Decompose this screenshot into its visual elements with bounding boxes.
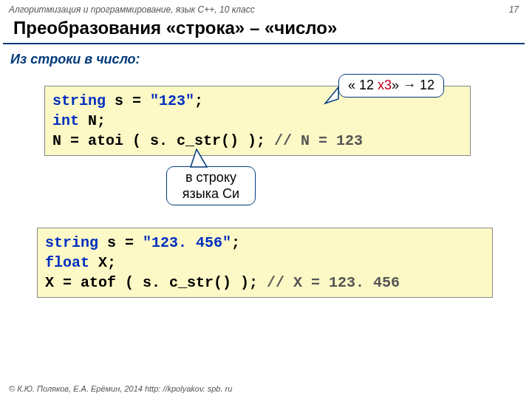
callout-pointer-icon: [325, 87, 340, 109]
svg-marker-1: [191, 149, 207, 167]
callout-cstr: в строку языка Си: [166, 166, 256, 205]
page-number: 17: [509, 4, 519, 15]
code-line: X = atof ( s. c_str() ); // X = 123. 456: [45, 273, 485, 293]
callout-pointer-icon: [191, 149, 213, 168]
callout-conversion-example: « 12 x3» → 12: [338, 74, 444, 98]
code-line: string s = "123. 456";: [45, 233, 485, 253]
section-subtitle: Из строки в число:: [0, 44, 532, 72]
code-line: int N;: [52, 111, 463, 131]
header: Алгоритмизация и программирование, язык …: [0, 0, 532, 16]
code-line: float X;: [45, 253, 485, 273]
page-title: Преобразования «строка» – «число»: [3, 16, 525, 44]
footer-copyright: © К.Ю. Поляков, Е.А. Ерёмин, 2014 http: …: [9, 384, 232, 393]
svg-marker-0: [325, 87, 338, 103]
header-left: Алгоритмизация и программирование, язык …: [9, 4, 255, 15]
code-line: N = atoi ( s. c_str() ); // N = 123: [52, 131, 463, 151]
code-block-2: string s = "123. 456"; float X; X = atof…: [37, 228, 493, 298]
